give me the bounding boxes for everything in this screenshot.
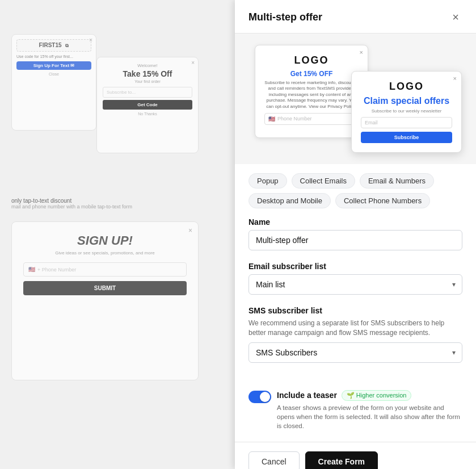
name-field-group: Name	[248, 217, 462, 250]
bg-label-1: only tap-to-text discount mail and phone…	[0, 193, 144, 214]
teaser-toggle-label-row: Include a teaser 🌱 Higher conversion	[277, 390, 462, 401]
name-label: Name	[248, 217, 462, 227]
email-list-select-wrapper: Main list Secondary list Newsletter list…	[248, 274, 462, 295]
tags-section: PopupCollect EmailsEmail & NumbersDeskto…	[235, 164, 476, 213]
create-form-button[interactable]: Create Form	[305, 451, 378, 469]
tag-item: Collect Emails	[292, 173, 355, 189]
bg-card-popup: × Welcome! Take 15% Off Your first order…	[96, 57, 199, 153]
form-section: Name Email subscriber list Main list Sec…	[235, 213, 476, 383]
toggle-knob	[260, 392, 270, 402]
teaser-toggle-section: Include a teaser 🌱 Higher conversion A t…	[235, 383, 476, 437]
teaser-label: Include a teaser	[277, 391, 337, 400]
teaser-toggle[interactable]	[248, 391, 271, 403]
sms-list-field-group: SMS subscriber list We recommend using a…	[248, 306, 462, 363]
preview-area: × LOGO Get 15% OFF Subscribe to receive …	[235, 34, 476, 164]
preview-popup2-email-input: Email	[361, 117, 452, 128]
preview-popup2-headline: Claim special offers	[361, 96, 452, 106]
tag-item: Popup	[248, 173, 287, 189]
tag-item: Desktop and Mobile	[248, 193, 331, 208]
bg-card-signup: × SIGN UP! Give ideas or see specials, p…	[11, 221, 199, 380]
sms-list-select[interactable]: SMS Subscribers SMS Marketing SMS Alerts	[248, 342, 462, 363]
preview-popup2-close: ×	[453, 75, 457, 82]
preview-popup1-logo: LOGO	[264, 55, 359, 66]
preview-popup1-phone-placeholder: Phone Number	[277, 116, 312, 122]
cancel-button[interactable]: Cancel	[248, 451, 300, 469]
teaser-toggle-label-area: Include a teaser 🌱 Higher conversion A t…	[277, 390, 462, 430]
preview-popup1-subtext: Subscribe to receive marketing info, dis…	[264, 80, 359, 110]
email-list-field-group: Email subscriber list Main list Secondar…	[248, 262, 462, 295]
tag-item: Email & Numbers	[360, 173, 434, 189]
sms-list-select-wrapper: SMS Subscribers SMS Marketing SMS Alerts…	[248, 342, 462, 363]
higher-conversion-badge: 🌱 Higher conversion	[342, 390, 412, 401]
sms-list-hint: We recommend using a separate list for S…	[248, 319, 462, 338]
modal-close-button[interactable]: ×	[449, 10, 462, 24]
badge-text: Higher conversion	[356, 392, 407, 399]
preview-popup1-close: ×	[360, 49, 363, 56]
preview-popup2-newsletter: Subscribe to our weekly newsletter	[361, 108, 452, 114]
modal-footer: Cancel Create Form	[235, 442, 476, 469]
background-content: × FIRST15 ⧉ Use code for 15% off your fi…	[0, 0, 235, 469]
modal-title: Multi-step offer	[248, 11, 322, 23]
teaser-hint: A teaser shows a preview of the form on …	[277, 403, 462, 430]
modal-header: Multi-step offer ×	[235, 0, 476, 34]
tag-item: Collect Phone Numbers	[335, 193, 430, 208]
preview-popup2-subscribe-btn: Subscribe	[361, 132, 452, 143]
email-list-label: Email subscriber list	[248, 262, 462, 271]
email-list-select[interactable]: Main list Secondary list Newsletter list	[248, 274, 462, 295]
preview-popup1-phone-input: 🇺🇸 Phone Number	[264, 113, 359, 125]
preview-popup2-logo: LOGO	[361, 81, 452, 93]
preview-popup1-headline: Get 15% OFF	[264, 70, 359, 78]
modal-panel: Multi-step offer × × LOGO Get 15% OFF Su…	[235, 0, 476, 469]
sms-list-label: SMS subscriber list	[248, 306, 462, 315]
bg-card-flyout: × FIRST15 ⧉ Use code for 15% off your fi…	[11, 34, 96, 131]
name-input[interactable]	[248, 230, 462, 250]
preview-popup2-email-placeholder: Email	[365, 120, 378, 125]
leaf-icon: 🌱	[347, 392, 355, 399]
preview-popup-2: × LOGO Claim special offers Subscribe to…	[351, 71, 462, 153]
